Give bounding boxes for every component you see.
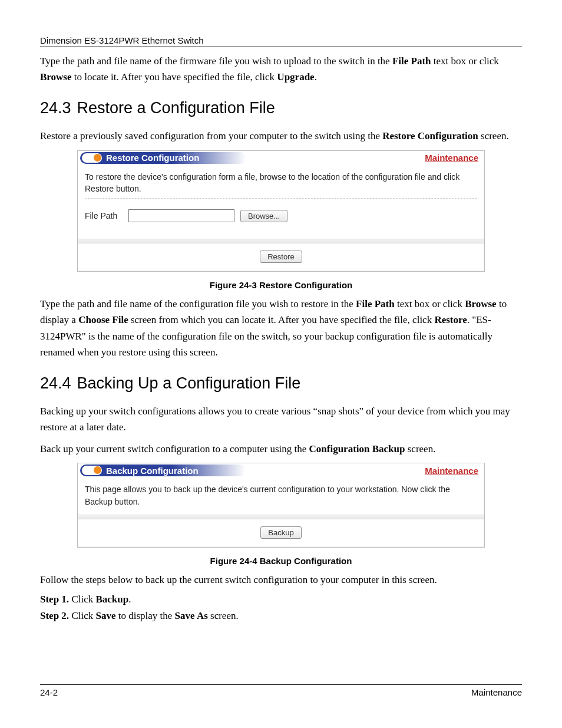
step-label: Step 2.	[40, 610, 69, 621]
restore-intro-paragraph: Restore a previously saved configuration…	[40, 128, 522, 144]
bold-file-path: File Path	[356, 298, 395, 309]
panel-description: To restore the device's configuration fo…	[85, 171, 477, 199]
bold-save: Save	[95, 610, 115, 621]
text: screen from which you can locate it. Aft…	[128, 314, 435, 325]
text: Type the path and file name of the firmw…	[40, 55, 392, 67]
panel-title-wrap: Backup Configuration	[80, 465, 246, 476]
backup-button[interactable]: Backup	[260, 526, 301, 539]
bold-restore: Restore	[434, 314, 467, 325]
panel-title-wrap: Restore Configuration	[80, 152, 246, 164]
backup-steps-intro: Follow the steps below to back up the cu…	[40, 572, 522, 588]
panel-title: Restore Configuration	[106, 153, 199, 163]
restore-detail-paragraph: Type the path and file name of the confi…	[40, 296, 522, 360]
panel-body: This page allows you to back up the devi…	[78, 477, 484, 515]
file-path-row: File Path Browse...	[85, 209, 477, 222]
section-number: 24.3	[40, 99, 71, 117]
text: to display the	[115, 610, 174, 621]
step-2: Step 2. Click Save to display the Save A…	[40, 610, 522, 622]
text: to locate it. After you have specified t…	[72, 71, 277, 83]
toggle-icon	[81, 465, 103, 476]
bold-browse: Browse	[40, 71, 72, 83]
intro-paragraph: Type the path and file name of the firmw…	[40, 53, 522, 85]
text: .	[315, 71, 317, 83]
section-heading-backup: 24.4Backing Up a Configuration File	[40, 374, 522, 393]
figure-caption-backup: Figure 24-4 Backup Configuration	[40, 556, 522, 566]
figure-caption-restore: Figure 24-3 Restore Configuration	[40, 280, 522, 290]
text: Click	[69, 594, 95, 605]
bold-browse: Browse	[465, 298, 497, 309]
bold-config-backup: Configuration Backup	[309, 443, 405, 454]
section-title: Backing Up a Configuration File	[77, 374, 301, 392]
text: text box or click	[431, 55, 499, 67]
panel-header: Restore Configuration Maintenance	[78, 151, 484, 165]
maintenance-link[interactable]: Maintenance	[425, 466, 478, 476]
panel-separator	[78, 239, 484, 243]
panel-separator	[78, 515, 484, 519]
panel-header: Backup Configuration Maintenance	[78, 463, 484, 477]
panel-title: Backup Configuration	[106, 466, 199, 476]
text: Type the path and file name of the confi…	[40, 298, 356, 309]
browse-button[interactable]: Browse...	[240, 210, 287, 222]
text: screen.	[478, 130, 509, 141]
text: Restore a previously saved configuration…	[40, 130, 382, 141]
backup-config-panel: Backup Configuration Maintenance This pa…	[77, 463, 485, 548]
restore-config-panel: Restore Configuration Maintenance To res…	[77, 150, 485, 272]
file-path-input[interactable]	[128, 209, 234, 222]
bold-file-path: File Path	[392, 55, 431, 67]
text: screen.	[405, 443, 435, 454]
panel-body: To restore the device's configuration fo…	[78, 165, 484, 239]
chapter-name: Maintenance	[471, 687, 522, 697]
file-path-label: File Path	[85, 211, 123, 220]
backup-use-paragraph: Back up your current switch configuratio…	[40, 441, 522, 457]
backup-intro-paragraph: Backing up your switch configurations al…	[40, 403, 522, 435]
text: text box or click	[395, 298, 465, 309]
restore-button[interactable]: Restore	[260, 251, 302, 263]
text: screen.	[208, 610, 239, 621]
panel-footer: Restore	[78, 243, 484, 271]
bold-restore-config: Restore Configuration	[382, 130, 478, 141]
page-footer: 24-2 Maintenance	[40, 684, 522, 697]
panel-footer: Backup	[78, 519, 484, 547]
text: Back up your current switch configuratio…	[40, 443, 309, 454]
step-label: Step 1.	[40, 594, 69, 605]
step-1: Step 1. Click Backup.	[40, 594, 522, 605]
bold-backup: Backup	[95, 594, 128, 605]
text: Click	[69, 610, 95, 621]
bold-upgrade: Upgrade	[277, 71, 314, 83]
section-title: Restore a Configuration File	[77, 99, 275, 117]
bold-save-as: Save As	[175, 610, 208, 621]
page-number: 24-2	[40, 687, 58, 697]
toggle-icon	[81, 153, 103, 163]
running-header: Dimension ES-3124PWR Ethernet Switch	[40, 35, 522, 47]
section-heading-restore: 24.3Restore a Configuration File	[40, 99, 522, 117]
bold-choose-file: Choose File	[78, 314, 128, 325]
maintenance-link[interactable]: Maintenance	[425, 153, 478, 163]
panel-description: This page allows you to back up the devi…	[85, 483, 477, 511]
text: .	[128, 594, 131, 605]
section-number: 24.4	[40, 374, 71, 393]
